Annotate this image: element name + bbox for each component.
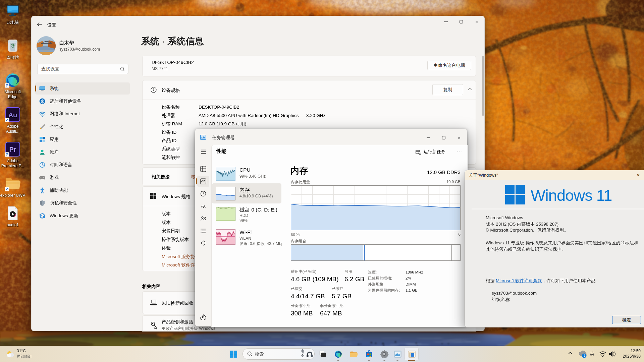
svg-text:Au: Au [8,111,17,119]
svg-text:Pr: Pr [9,146,16,153]
